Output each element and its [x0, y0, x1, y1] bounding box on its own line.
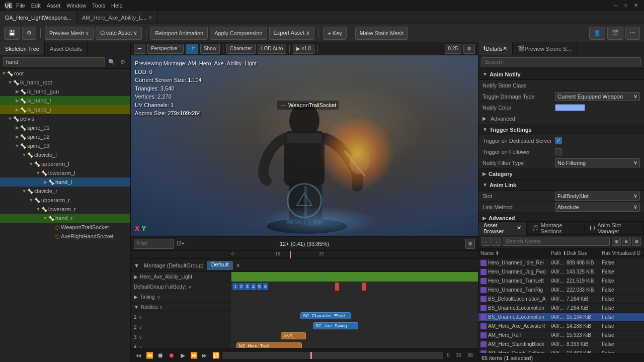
- details-tab-close-icon[interactable]: ✕: [503, 45, 507, 52]
- montage-default-button[interactable]: Default: [207, 261, 233, 270]
- notify-color-swatch[interactable]: [555, 104, 585, 111]
- tree-item-hand-r[interactable]: ▼ 🦴 hand_r: [0, 214, 130, 223]
- viewport-options-button[interactable]: ☰: [134, 44, 145, 54]
- play-button[interactable]: ▶: [178, 351, 187, 360]
- category-section-header[interactable]: ▶ Category: [478, 168, 644, 179]
- tree-item-spine-02[interactable]: ▶ 🦴 spine_02: [0, 132, 130, 141]
- asset-details-tab[interactable]: Asset Details: [45, 42, 88, 55]
- asset-grid-view-button[interactable]: ⊞: [612, 237, 621, 246]
- detail-checkbox-dedicated-server[interactable]: ✓: [555, 137, 562, 144]
- trigger-settings-section-header[interactable]: ▼ Trigger Settings: [478, 124, 644, 135]
- lod-auto-button[interactable]: LOD Auto: [258, 44, 286, 54]
- asset-row-10[interactable]: AM_Hero_Death_Fallbac /All/Game/Pl 13.46…: [478, 349, 644, 353]
- toolbar-icon-3[interactable]: ⋯: [625, 27, 640, 40]
- asset-row-4[interactable]: BS_DefaultLocomotion_A /All/Game/As 7.26…: [478, 295, 644, 304]
- lit-button[interactable]: Lit: [186, 44, 198, 54]
- detail-dropdown-toggle-damage[interactable]: Current Equipped Weapon ∨: [555, 92, 640, 101]
- tree-item-ik-hand-l[interactable]: ▶ 🦴 ik_hand_l: [0, 96, 130, 105]
- asset-row-6[interactable]: BS_UnarmedLocomotion /All/Game/Pl 15.134…: [478, 313, 644, 322]
- montage-sections-tab[interactable]: 🎵 Montage Sections: [527, 222, 585, 235]
- win-btn-maximize[interactable]: □: [624, 3, 630, 9]
- show-button[interactable]: Show: [200, 44, 220, 54]
- timing-dropdown-icon[interactable]: ∨: [157, 295, 160, 300]
- asset-col-virt-header[interactable]: Has Virtualized D: [602, 250, 642, 256]
- skeleton-search-input[interactable]: [3, 57, 105, 66]
- vp-extra-icon[interactable]: ⚙: [463, 44, 475, 54]
- preview-mesh-button[interactable]: Preview Mesh ∨: [45, 27, 94, 40]
- tree-item-lowerarm-r[interactable]: ▼ 🦴 lowerarm_r: [0, 205, 130, 214]
- notify-chip-ns-trail[interactable]: NS_Hero_Trail: [236, 342, 302, 348]
- timeline-scrubber[interactable]: [222, 352, 443, 359]
- asset-browser-tab[interactable]: Asset Browser ✕: [478, 222, 527, 235]
- apply-compression-button[interactable]: Apply Compression: [210, 27, 267, 40]
- tab-am-close-icon[interactable]: ✕: [148, 15, 152, 20]
- preview-scene-tab[interactable]: 🎬 Preview Scene S...: [513, 42, 577, 55]
- notify-2-dropdown-icon[interactable]: ∨: [139, 325, 142, 330]
- play-button[interactable]: ▶ x1.0: [293, 44, 314, 54]
- asset-row-3[interactable]: Hero_Unarmed_TurnRig /All/Game/As 222.03…: [478, 286, 644, 295]
- asset-forward-button[interactable]: →: [492, 237, 501, 246]
- tree-item-ik-hand-r[interactable]: ▶ 🦴 ik_hand_r: [0, 105, 130, 114]
- record-button[interactable]: ⏺: [167, 351, 176, 360]
- notify-chip-sc-character[interactable]: SC_Character_Effort: [300, 312, 351, 319]
- create-asset-button[interactable]: Create Asset ∨: [96, 27, 142, 40]
- asset-row-1[interactable]: Hero_Unarmed_Jog_Fwd /All/Game/As 143.32…: [478, 267, 644, 277]
- asset-browser-tab-close-icon[interactable]: ✕: [517, 225, 521, 231]
- stop-button[interactable]: ⏹: [156, 351, 165, 360]
- tree-item-clavicle-l[interactable]: ▼ 🦴 clavicle_l: [0, 150, 130, 159]
- tree-item-ik-hand-gun[interactable]: ▶ 🦴 ik_hand_gun: [0, 87, 130, 96]
- tree-item-upperarm-l[interactable]: ▼ 🦴 upperarm_l: [0, 159, 130, 168]
- asset-row-5[interactable]: BS_UnarmedLocomotion /All/Game/As 7.264 …: [478, 304, 644, 313]
- loop-button[interactable]: 🔁: [211, 351, 220, 360]
- anim-slot-tab[interactable]: 🎞 Anim Slot Manager: [585, 222, 644, 235]
- tree-item-hand-l[interactable]: ▶ 🦴 hand_l: [0, 177, 130, 187]
- tree-item-lowerarm-l[interactable]: ▼ 🦴 lowerarm_l: [0, 168, 130, 177]
- asset-col-name-header[interactable]: Name ⬆: [480, 250, 551, 256]
- details-search-input[interactable]: [481, 57, 641, 66]
- make-static-button[interactable]: Make Static Mesh: [355, 27, 408, 40]
- tree-item-clavicle-r[interactable]: ▼ 🦴 clavicle_r: [0, 187, 130, 196]
- menu-asset[interactable]: Asset: [47, 3, 61, 9]
- montage-collapse-icon[interactable]: ▼: [134, 262, 141, 268]
- advanced-section-header[interactable]: ▶ Advanced: [478, 213, 644, 221]
- tab-am-hero[interactable]: AM_Hero_Axe_Ability_L... ✕: [77, 11, 158, 24]
- anim-link-section-header[interactable]: ▼ Anim Link: [478, 179, 644, 191]
- asset-row-8[interactable]: AM_Hero_Roll /All/Game/Pl 15.923 KiB Fal…: [478, 331, 644, 340]
- asset-filter-button[interactable]: ≡: [622, 237, 631, 246]
- menu-file[interactable]: File: [16, 3, 25, 9]
- menu-edit[interactable]: Edit: [31, 3, 41, 9]
- montage-dropdown-icon[interactable]: ∨: [236, 262, 243, 268]
- asset-settings-button[interactable]: ⚙: [632, 237, 641, 246]
- tab-ga-hero[interactable]: GA_Hero_LightWeapona...: [0, 11, 77, 24]
- win-btn-minimize[interactable]: ─: [614, 3, 620, 9]
- reimport-button[interactable]: Reimport Animation: [150, 27, 208, 40]
- detail-checkbox-on-follower[interactable]: [555, 148, 562, 155]
- detail-dropdown-slot[interactable]: FullBodySlot ∨: [555, 192, 640, 201]
- asset-search-input[interactable]: [503, 237, 610, 246]
- tree-item-axe-socket[interactable]: ⬡ AxeRightHandSocket: [0, 232, 130, 241]
- notifies-dropdown-icon[interactable]: ∨: [159, 305, 163, 310]
- tree-item-spine-01[interactable]: ▶ 🦴 spine_01: [0, 123, 130, 132]
- filter-options-icon[interactable]: ⚙: [118, 57, 127, 66]
- menu-tools[interactable]: Tools: [92, 3, 105, 9]
- asset-row-2[interactable]: Hero_Unarmed_TurnLeft /All/Game/As 221.5…: [478, 277, 644, 286]
- skip-start-button[interactable]: ⏮: [134, 351, 143, 360]
- tree-item-spine-03[interactable]: ▼ 🦴 spine_03: [0, 141, 130, 150]
- asset-col-path-header[interactable]: Path ⬆: [551, 250, 567, 256]
- notify-3-dropdown-icon[interactable]: ∨: [139, 335, 142, 340]
- export-asset-button[interactable]: Export Asset ∨: [269, 27, 315, 40]
- save-button[interactable]: 💾: [4, 27, 20, 40]
- menu-window[interactable]: Window: [66, 3, 86, 9]
- tree-item-weapon-trail-socket[interactable]: ⬡ WeaponTrailSocket: [0, 223, 130, 232]
- notify-chip-ans[interactable]: ANS_: [281, 332, 306, 339]
- skip-end-button[interactable]: ⏭: [200, 351, 209, 360]
- tree-item-upperarm-r[interactable]: ▼ 🦴 upperarm_r: [0, 196, 130, 205]
- tree-item-pelvis[interactable]: ▼ 🦴 pelvis: [0, 114, 130, 123]
- settings-button[interactable]: ⚙: [22, 27, 36, 40]
- timeline-filter-input[interactable]: [134, 239, 174, 249]
- detail-dropdown-notify-filter[interactable]: No Filtering ∨: [555, 158, 640, 167]
- character-button[interactable]: Character: [226, 44, 256, 54]
- timeline-settings-button[interactable]: ⚙: [465, 239, 475, 249]
- camera-speed-button[interactable]: 0.25: [445, 44, 461, 54]
- next-frame-button[interactable]: ⏩: [189, 351, 198, 360]
